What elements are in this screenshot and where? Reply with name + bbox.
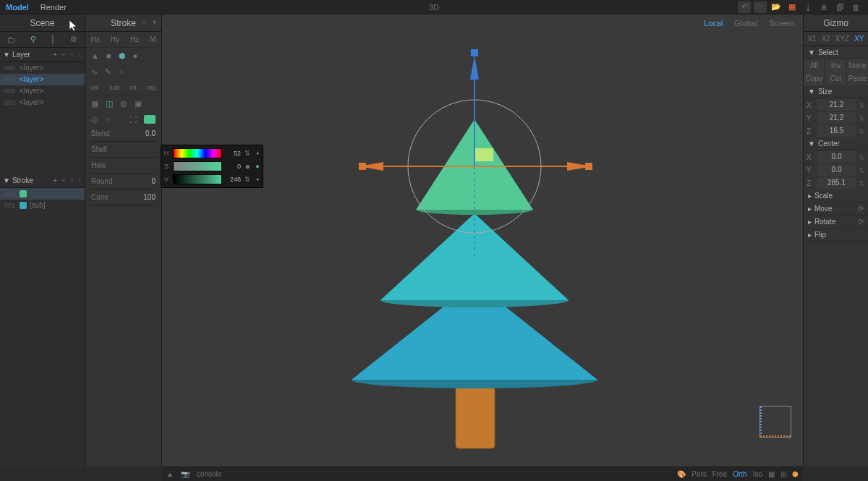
stroke-row[interactable]: 000 [0, 188, 85, 200]
undo-icon[interactable]: ↶ [738, 1, 751, 13]
scene-cube-icon[interactable]: ⚲ [30, 35, 36, 44]
round-value[interactable]: 0 [151, 177, 156, 185]
grid-icon[interactable]: ▦ [768, 470, 775, 478]
axis-cube[interactable] [760, 406, 791, 438]
viewport[interactable]: Local Global Screen [162, 14, 803, 467]
ruler-icon[interactable]: ⊞ [780, 470, 786, 478]
intersect-icon[interactable]: ◍ [120, 99, 127, 108]
center-z[interactable]: 285.1 [817, 177, 856, 189]
prim-sphere-icon[interactable]: ● [133, 51, 138, 60]
mirror-hz[interactable]: Hz [130, 35, 139, 43]
center-x[interactable]: 0.0 [817, 151, 856, 163]
select-copy[interactable]: Copy [804, 72, 825, 85]
select-paste[interactable]: Paste [847, 72, 868, 85]
mesh-int[interactable]: int [129, 84, 137, 91]
ring-icon[interactable]: ○ [106, 115, 111, 124]
layer-collapse-icon[interactable]: ▼ [3, 51, 10, 59]
gizmo-x1[interactable]: X1 [807, 35, 816, 43]
view-screen[interactable]: Screen [765, 17, 799, 29]
redo-icon[interactable]: ↷ [754, 1, 767, 13]
stroke-color-chip[interactable] [144, 115, 156, 124]
select-all[interactable]: All [804, 59, 825, 72]
menu-render[interactable]: Render [41, 3, 67, 12]
move-label[interactable]: Move [814, 205, 832, 213]
replace-icon[interactable]: ▣ [135, 99, 142, 108]
statusbar-up-icon[interactable]: ▲ [166, 470, 174, 478]
rotate-label[interactable]: Rotate [814, 218, 835, 226]
color-picker[interactable]: H 52 ⇅ ▪ S 0 ◆ ● V 248 ⇅ ▪ [161, 145, 263, 188]
scene-folder-icon[interactable]: 🗀 [7, 35, 15, 44]
layer-del[interactable]: − [61, 51, 66, 59]
mesh-sub[interactable]: sub [109, 84, 120, 91]
hue-slider[interactable] [173, 148, 222, 158]
select-none[interactable]: None [847, 59, 868, 72]
stroke-dn[interactable]: ↓ [78, 176, 82, 184]
move-reset-icon[interactable]: ⟳ [858, 205, 864, 213]
layer-dn[interactable]: ↓ [78, 51, 82, 59]
download-icon[interactable]: ⭳ [801, 1, 814, 13]
curve-icon[interactable]: ∿ [91, 67, 98, 77]
copy-icon[interactable]: 🗎 [817, 1, 830, 13]
brush-icon[interactable]: ✎ [105, 67, 111, 77]
gizmo-x2[interactable]: X2 [822, 35, 830, 43]
circle-icon[interactable]: ○ [119, 67, 124, 76]
grid-icon[interactable]: ▦ [91, 99, 98, 108]
layer-up[interactable]: ↑ [70, 51, 74, 59]
layer-row[interactable]: 003<layer> [0, 97, 85, 108]
trash-icon[interactable]: 🗑 [849, 1, 862, 13]
stroke-add[interactable]: + [53, 176, 57, 184]
cone-value[interactable]: 100 [143, 193, 156, 201]
sat-stepper-icon[interactable]: ◆ [244, 163, 251, 170]
val-value[interactable]: 248 [225, 176, 241, 183]
mesh-uni[interactable]: uni [90, 84, 99, 91]
sat-slider[interactable] [173, 161, 222, 171]
layer-add[interactable]: + [53, 51, 57, 59]
scene-gear-icon[interactable]: ⚙ [70, 35, 77, 44]
scale-label[interactable]: Scale [814, 192, 833, 200]
layer-row[interactable]: 001<layer> [0, 74, 85, 85]
cube-icon[interactable]: ⬢ [792, 470, 799, 478]
prim-square-icon[interactable]: ■ [106, 51, 111, 60]
blend-value[interactable]: 0.0 [145, 129, 156, 137]
stroke-row[interactable]: 001 [sub] [0, 200, 85, 211]
stroke-del[interactable]: − [61, 176, 66, 184]
view-local[interactable]: Local [699, 17, 727, 29]
viewport-canvas[interactable] [162, 14, 803, 467]
gizmo-xy[interactable]: XY [854, 35, 864, 43]
dup-icon[interactable]: 🗐 [833, 1, 846, 13]
menu-model[interactable]: Model [6, 3, 29, 12]
sat-value[interactable]: 0 [225, 163, 241, 170]
cam-free[interactable]: Free [712, 470, 728, 478]
mirror-hx[interactable]: Hx [90, 35, 99, 43]
size-z[interactable]: 16.5 [817, 125, 856, 137]
layers-icon[interactable]: ◫ [106, 99, 113, 108]
statusbar-console[interactable]: console [197, 470, 221, 478]
rotate-reset-icon[interactable]: ⟳ [858, 218, 864, 226]
size-y[interactable]: 21.2 [817, 112, 856, 124]
props-minus-icon[interactable]: − [141, 17, 146, 27]
select-cut[interactable]: Cut [825, 72, 847, 85]
cam-pers[interactable]: Pers [692, 470, 707, 478]
statusbar-camera-icon[interactable]: 📷 [181, 470, 190, 478]
palette-icon[interactable]: 🎨 [677, 470, 686, 478]
val-stepper-icon[interactable]: ⇅ [244, 176, 251, 183]
cam-orth[interactable]: Orth [733, 470, 746, 478]
size-x[interactable]: 21.2 [817, 99, 856, 111]
strokelist-collapse-icon[interactable]: ▼ [3, 176, 10, 184]
gizmo-xyz[interactable]: XYZ [835, 35, 849, 43]
target-icon[interactable]: ◎ [91, 115, 98, 124]
cam-iso[interactable]: Iso [753, 470, 762, 478]
prim-cylinder-icon[interactable]: ⬢ [119, 51, 126, 61]
props-plus-icon[interactable]: + [152, 17, 157, 27]
mirror-hy[interactable]: Hy [111, 35, 119, 43]
open-icon[interactable]: 📂 [770, 1, 783, 13]
mesh-rep[interactable]: rep [147, 84, 156, 91]
mirror-m[interactable]: M [150, 35, 156, 43]
save-icon[interactable]: ▦ [786, 1, 799, 13]
hue-value[interactable]: 52 [225, 150, 241, 157]
flip-label[interactable]: Flip [814, 231, 826, 239]
val-slider[interactable] [173, 174, 222, 184]
scene-line-icon[interactable]: ⎮ [51, 35, 55, 44]
layer-row[interactable]: 000<layer> [0, 62, 85, 74]
stroke-up[interactable]: ↑ [70, 176, 74, 184]
